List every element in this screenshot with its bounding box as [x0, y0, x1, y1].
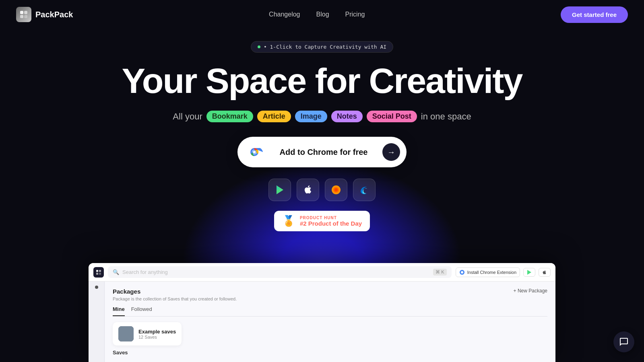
tag-bookmark: Bookmark	[206, 111, 253, 122]
hero-subtitle: All your Bookmark Article Image Notes So…	[173, 111, 471, 122]
new-package-button[interactable]: + New Package	[514, 288, 547, 294]
apple-small-badge[interactable]	[539, 268, 551, 277]
app-topbar: 🔍 Search for anything ⌘ K Install Chrome…	[89, 263, 555, 282]
section-desc: Package is the collection of Saves that …	[113, 296, 547, 301]
ph-text: PRODUCT HUNT #2 Product of the Day	[300, 216, 362, 227]
play-store-small-badge[interactable]	[523, 268, 535, 277]
nav-links: Changelog Blog Pricing	[269, 11, 365, 18]
ph-rank: #2 Product of the Day	[300, 220, 362, 227]
logo-text: PackPack	[35, 10, 73, 19]
nav-blog[interactable]: Blog	[316, 11, 329, 18]
navbar: PackPack Changelog Blog Pricing Get star…	[0, 0, 644, 29]
svg-rect-2	[20, 15, 23, 18]
tag-article: Article	[257, 111, 291, 122]
card-thumbnail	[118, 326, 134, 341]
edge-icon-button[interactable]	[353, 179, 376, 201]
nav-changelog[interactable]: Changelog	[269, 11, 300, 18]
apple-icon-button[interactable]	[297, 179, 319, 201]
logo-icon	[16, 7, 31, 22]
cta-arrow-icon: →	[382, 143, 400, 161]
svg-rect-15	[99, 270, 101, 272]
svg-rect-14	[96, 270, 98, 272]
ph-label: PRODUCT HUNT	[300, 216, 362, 220]
browser-icons-row	[268, 179, 376, 201]
firefox-icon-button[interactable]	[325, 179, 347, 201]
svg-point-8	[253, 151, 256, 154]
svg-rect-0	[20, 11, 23, 14]
app-sidebar	[89, 282, 105, 362]
add-to-chrome-button[interactable]: Add to Chrome for free →	[237, 137, 407, 167]
saves-label: Saves	[113, 350, 547, 356]
app-search-bar[interactable]: 🔍 Search for anything ⌘ K	[108, 266, 452, 278]
chat-widget-button[interactable]	[613, 331, 634, 352]
nav-get-started-button[interactable]: Get started free	[561, 6, 628, 23]
play-store-icon-button[interactable]	[268, 179, 291, 201]
card-info: Example saves 12 Saves	[138, 329, 176, 339]
tag-image: Image	[295, 111, 327, 122]
hero-section: • 1-Click to Capture Creativity with AI …	[0, 29, 644, 231]
tab-followed[interactable]: Followed	[131, 306, 152, 316]
app-tabs: Mine Followed	[113, 306, 547, 317]
tag-notes: Notes	[331, 111, 363, 122]
hero-badge: • 1-Click to Capture Creativity with AI	[251, 41, 393, 53]
search-icon: 🔍	[113, 269, 119, 275]
tag-social: Social Post	[367, 111, 417, 122]
svg-rect-16	[96, 273, 98, 275]
app-main-content: Packages Package is the collection of Sa…	[105, 282, 555, 362]
chrome-ext-badge[interactable]: Install Chrome Extension	[456, 267, 520, 277]
svg-marker-20	[527, 270, 531, 275]
card-name: Example saves	[138, 329, 176, 335]
card-count: 12 Saves	[138, 335, 176, 339]
subtitle-suffix: in one space	[421, 111, 471, 122]
svg-point-19	[461, 271, 463, 274]
tab-mine[interactable]: Mine	[113, 306, 125, 316]
nav-pricing[interactable]: Pricing	[345, 11, 365, 18]
chrome-ext-label: Install Chrome Extension	[467, 270, 516, 275]
svg-rect-1	[24, 11, 27, 14]
search-kbd: ⌘ K	[433, 269, 446, 276]
app-card-example[interactable]: Example saves 12 Saves	[113, 322, 182, 346]
badge-text: • 1-Click to Capture Creativity with AI	[264, 44, 386, 50]
sidebar-dot-1	[95, 286, 98, 289]
app-content: Packages Package is the collection of Sa…	[89, 282, 555, 362]
search-placeholder: Search for anything	[122, 269, 168, 275]
app-preview: 🔍 Search for anything ⌘ K Install Chrome…	[89, 263, 555, 362]
chrome-icon	[244, 142, 265, 162]
cta-button-label: Add to Chrome for free	[271, 148, 376, 157]
nav-logo[interactable]: PackPack	[16, 7, 73, 22]
svg-rect-17	[99, 273, 101, 275]
hero-title: Your Space for Creativity	[122, 62, 522, 99]
svg-rect-3	[24, 15, 27, 18]
product-hunt-badge[interactable]: 🏅 PRODUCT HUNT #2 Product of the Day	[274, 211, 370, 231]
subtitle-prefix: All your	[173, 111, 202, 122]
app-topbar-right: Install Chrome Extension	[456, 267, 551, 277]
section-title: Packages	[113, 288, 547, 295]
ph-medal-icon: 🏅	[282, 215, 295, 227]
app-logo-small	[93, 267, 104, 278]
badge-dot	[258, 45, 260, 48]
svg-point-13	[334, 188, 338, 191]
